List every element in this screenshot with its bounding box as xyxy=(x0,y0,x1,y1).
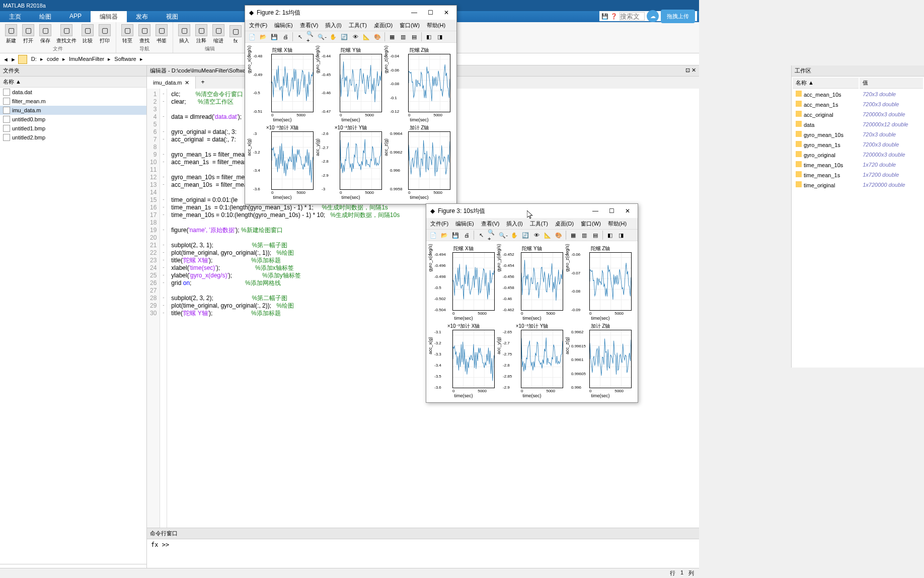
menu-item[interactable]: 帮助(H) xyxy=(608,220,627,228)
menu-item[interactable]: 工具(T) xyxy=(530,220,548,228)
plot-axes[interactable] xyxy=(589,330,632,388)
menu-item[interactable]: 窗口(W) xyxy=(400,22,420,29)
figure-tool-icon[interactable]: 🔍- xyxy=(498,230,508,240)
folder-column-header[interactable]: 名称 ▲ xyxy=(0,77,146,88)
folder-icon[interactable] xyxy=(18,55,27,64)
figure-tool-icon[interactable]: ▦ xyxy=(568,230,578,240)
tool-button[interactable]: ▢查找文件 xyxy=(55,23,78,45)
figure-tool-icon[interactable]: 🔄 xyxy=(520,230,530,240)
figure-tool-icon[interactable]: ▤ xyxy=(409,32,419,42)
figure-tool-icon[interactable]: ◧ xyxy=(605,230,615,240)
tool-button[interactable]: ▢新建 xyxy=(4,23,18,45)
tool-button[interactable]: ▢书签 xyxy=(155,23,169,45)
minimize-icon[interactable]: — xyxy=(589,206,601,216)
figure-tool-icon[interactable]: 🔍+ xyxy=(487,230,497,240)
file-item[interactable]: untitled0.bmp xyxy=(0,115,146,124)
close-icon[interactable]: ✕ xyxy=(440,8,452,18)
workspace-row[interactable]: gyro_original720000x3 double xyxy=(793,150,923,159)
maximize-icon[interactable]: ☐ xyxy=(605,206,618,216)
help-icon[interactable]: ❓ xyxy=(610,13,618,20)
workspace-row[interactable]: gyro_mean_1s7200x3 double xyxy=(793,140,923,149)
tool-button[interactable]: ▢打印 xyxy=(98,23,112,45)
maximize-icon[interactable]: ☐ xyxy=(424,8,436,18)
figure-tool-icon[interactable]: 📄 xyxy=(428,230,438,240)
tool-button[interactable]: ▢插入 xyxy=(177,23,191,45)
menu-item[interactable]: 文件(F) xyxy=(430,220,448,228)
plot-axes[interactable] xyxy=(589,252,632,311)
figure-2-titlebar[interactable]: ◆ Figure 2: 1s均值 — ☐ ✕ xyxy=(245,6,456,20)
save-icon[interactable]: 💾 xyxy=(601,13,608,20)
figure-tool-icon[interactable]: 🔄 xyxy=(339,32,349,42)
menu-item[interactable]: 桌面(D) xyxy=(555,220,574,228)
workspace-row[interactable]: gyro_mean_10s720x3 double xyxy=(793,130,923,139)
plot-axes[interactable] xyxy=(521,330,563,388)
file-item[interactable]: filter_mean.m xyxy=(0,97,146,106)
file-item[interactable]: data.dat xyxy=(0,88,146,97)
figure-tool-icon[interactable]: 📂 xyxy=(439,230,449,240)
forward-icon[interactable]: ► xyxy=(11,56,16,62)
figure-tool-icon[interactable]: 📄 xyxy=(247,32,257,42)
cloud-icon[interactable]: ☁ xyxy=(647,10,659,22)
plot-axes[interactable] xyxy=(452,330,495,388)
menu-item[interactable]: 编辑(E) xyxy=(274,22,293,29)
figure-tool-icon[interactable]: 🖨 xyxy=(280,32,290,42)
figure-tool-icon[interactable]: 💾 xyxy=(450,230,460,240)
menu-item[interactable]: 帮助(H) xyxy=(427,22,445,29)
breadcrumb-item[interactable]: code xyxy=(45,55,61,63)
ribbon-tab-3[interactable]: 编辑器 xyxy=(91,11,127,22)
figure-tool-icon[interactable]: 🎨 xyxy=(554,230,564,240)
menu-item[interactable]: 文件(F) xyxy=(249,22,267,29)
plot-axes[interactable] xyxy=(271,54,314,112)
figure-tool-icon[interactable]: 🔍- xyxy=(317,32,327,42)
tool-button[interactable]: ▢打开 xyxy=(21,23,35,45)
workspace-col-value[interactable]: 值 xyxy=(860,78,923,89)
figure-tool-icon[interactable]: 🖨 xyxy=(461,230,472,240)
close-icon[interactable]: ✕ xyxy=(622,206,634,216)
menu-item[interactable]: 工具(T) xyxy=(349,22,367,29)
workspace-row[interactable]: time_original1x720000 double xyxy=(793,180,923,189)
ribbon-tab-1[interactable]: 绘图 xyxy=(30,11,60,22)
figure-tool-icon[interactable]: 👁 xyxy=(531,230,542,240)
plot-axes[interactable] xyxy=(521,252,563,311)
tool-button[interactable]: ▢缩进 xyxy=(211,23,225,45)
figure-tool-icon[interactable]: 📐 xyxy=(543,230,553,240)
figure-tool-icon[interactable]: 📐 xyxy=(361,32,371,42)
figure-tool-icon[interactable]: 🎨 xyxy=(372,32,382,42)
figure-tool-icon[interactable]: ▦ xyxy=(387,32,397,42)
figure-tool-icon[interactable]: ▥ xyxy=(579,230,589,240)
tool-button[interactable]: ▢保存 xyxy=(38,23,52,45)
file-item[interactable]: untitled1.bmp xyxy=(0,124,146,133)
plot-axes[interactable] xyxy=(271,131,314,190)
file-item[interactable]: imu_data.m xyxy=(0,106,146,115)
close-editor-icon[interactable]: ✕ xyxy=(691,67,696,73)
close-tab-icon[interactable]: ✕ xyxy=(185,80,189,86)
ribbon-tab-2[interactable]: APP xyxy=(60,11,91,22)
figure-3-titlebar[interactable]: ◆ Figure 3: 10s均值 — ☐ ✕ xyxy=(426,204,638,218)
figure-tool-icon[interactable]: 👁 xyxy=(350,32,360,42)
tool-button[interactable]: ▢比较 xyxy=(81,23,95,45)
plot-axes[interactable] xyxy=(452,252,495,311)
menu-item[interactable]: 插入(I) xyxy=(506,220,522,228)
plot-axes[interactable] xyxy=(408,131,450,190)
figure-tool-icon[interactable]: ✋ xyxy=(328,32,338,42)
add-tab-button[interactable]: + xyxy=(196,77,209,89)
workspace-row[interactable]: acc_mean_10s720x3 double xyxy=(793,90,923,99)
breadcrumb-item[interactable]: Software xyxy=(112,55,138,63)
dock-icon[interactable]: ⊡ xyxy=(685,67,690,73)
workspace-row[interactable]: acc_mean_1s7200x3 double xyxy=(793,100,923,109)
figure-tool-icon[interactable]: 💾 xyxy=(269,32,279,42)
workspace-col-name[interactable]: 名称 ▲ xyxy=(793,78,859,89)
ribbon-tab-5[interactable]: 视图 xyxy=(157,11,187,22)
back-icon[interactable]: ◄ xyxy=(3,56,9,62)
menu-item[interactable]: 查看(V) xyxy=(300,22,319,29)
breadcrumb-item[interactable]: ImuMeanFilter xyxy=(67,55,106,63)
figure-tool-icon[interactable]: ✋ xyxy=(509,230,519,240)
workspace-row[interactable]: time_mean_10s1x720 double xyxy=(793,160,923,169)
tool-button[interactable]: ▢转至 xyxy=(120,23,134,45)
search-input[interactable] xyxy=(620,12,645,21)
figure-tool-icon[interactable]: ◨ xyxy=(435,32,445,42)
file-item[interactable]: untitled2.bmp xyxy=(0,133,146,142)
figure-tool-icon[interactable]: ↖ xyxy=(295,32,305,42)
minimize-icon[interactable]: — xyxy=(408,8,420,18)
command-prompt[interactable]: fx >> xyxy=(147,539,699,550)
